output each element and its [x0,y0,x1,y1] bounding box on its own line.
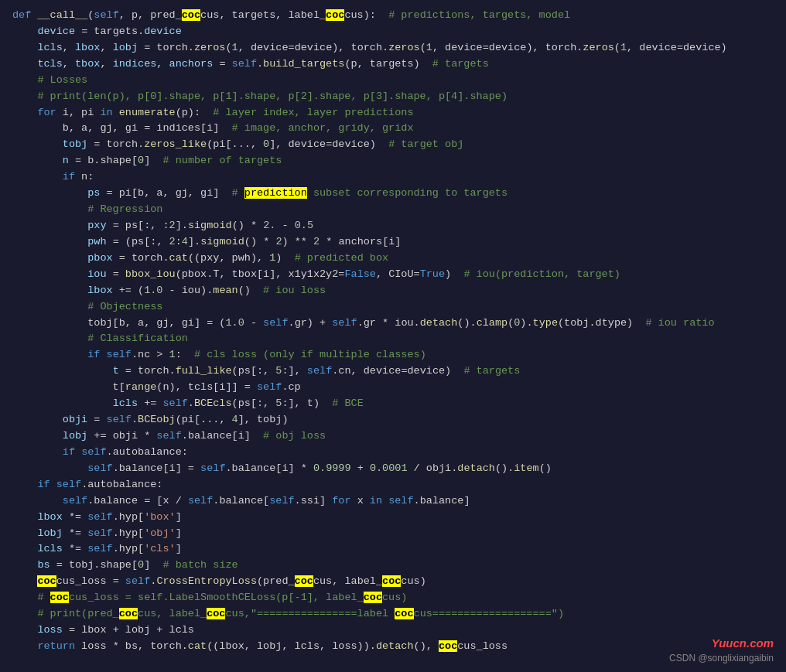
code-line: ps = pi[b, a, gj, gi] # prediction subse… [12,186,774,202]
code-line: tcls, tbox, indices, anchors = self.buil… [12,56,774,73]
code-line: obji = self.BCEobj(pi[..., 4], tobj) [12,412,774,428]
code-line: t = torch.full_like(ps[:, 5:], self.cn, … [12,363,774,380]
code-line: if self.nc > 1: # cls loss (only if mult… [12,347,774,363]
code-line: pxy = ps[:, :2].sigmoid() * 2. - 0.5 [12,218,774,234]
code-line: coccus_loss = self.CrossEntropyLoss(pred… [12,574,774,590]
code-line: lcls += self.BCEcls(ps[:, 5:], t) # BCE [12,396,774,412]
code-line: lobj += obji * self.balance[i] # obj los… [12,428,774,445]
code-container: def __call__(self, p, pred_coccus, targe… [0,0,786,672]
code-line: lbox += (1.0 - iou).mean() # iou loss [12,283,774,299]
code-line: lbox *= self.hyp['box'] [12,510,774,526]
code-line: if self.autobalance: [12,477,774,493]
code-line: self.balance = [x / self.balance[self.ss… [12,493,774,510]
code-line: t[range(n), tcls[i]] = self.cp [12,380,774,396]
code-line: # print(len(p), p[0].shape, p[1].shape, … [12,89,774,105]
code-line: # coccus_loss = self.LabelSmoothCELoss(p… [12,590,774,606]
code-line: pbox = torch.cat((pxy, pwh), 1) # predic… [12,251,774,267]
code-line: lcls, lbox, lobj = torch.zeros(1, device… [12,40,774,56]
code-line: iou = bbox_iou(pbox.T, tbox[i], x1y1x2y2… [12,267,774,283]
code-line: b, a, gj, gi = indices[i] # image, ancho… [12,121,774,137]
code-line: # Losses [12,73,774,89]
code-line: tobj = torch.zeros_like(pi[..., 0], devi… [12,137,774,153]
code-line: def __call__(self, p, pred_coccus, targe… [12,8,774,24]
code-line: bs = tobj.shape[0] # batch size [12,558,774,574]
watermark: Yuucn.com [712,634,774,652]
code-line: lcls *= self.hyp['cls'] [12,541,774,558]
code-line: if self.autobalance: [12,445,774,461]
code-line: loss = lbox + lobj + lcls [12,623,774,639]
code-line: return loss * bs, torch.cat((lbox, lobj,… [12,639,774,655]
csdn-credit: CSDN @songlixiangaibin [669,651,774,666]
code-line: device = targets.device [12,24,774,40]
code-line: n = b.shape[0] # number of targets [12,153,774,169]
code-line: # Objectness [12,299,774,316]
code-line: if n: [12,169,774,186]
code-line: pwh = (ps[:, 2:4].sigmoid() * 2) ** 2 * … [12,234,774,251]
code-line: tobj[b, a, gj, gi] = (1.0 - self.gr) + s… [12,316,774,332]
code-line: # print(pred_coccus, label_coccus,"=====… [12,606,774,623]
code-line: for i, pi in enumerate(p): # layer index… [12,105,774,121]
code-line: # Regression [12,202,774,218]
code-line: lobj *= self.hyp['obj'] [12,526,774,542]
code-line: # Classification [12,331,774,347]
code-line: self.balance[i] = self.balance[i] * 0.99… [12,461,774,477]
